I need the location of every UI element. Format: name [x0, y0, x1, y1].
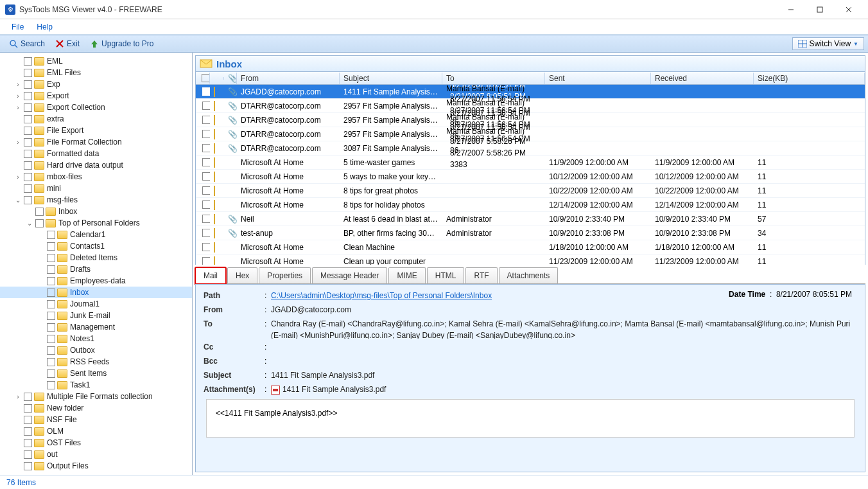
exit-button[interactable]: Exit: [50, 38, 85, 49]
tree-checkbox[interactable]: [24, 138, 32, 147]
tree-toggle-icon[interactable]: ›: [14, 93, 22, 100]
attachment-link[interactable]: 1411 Fit Sample Analysis3.pdf: [282, 385, 386, 394]
tree-checkbox[interactable]: [47, 265, 55, 274]
row-checkbox[interactable]: [202, 102, 210, 110]
tree-item[interactable]: ›Multiple File Formats collection: [0, 391, 192, 402]
row-checkbox[interactable]: [202, 243, 210, 251]
tree-item[interactable]: File Export: [0, 125, 192, 136]
tree-checkbox[interactable]: [47, 289, 55, 297]
row-checkbox[interactable]: [202, 229, 210, 237]
tree-toggle-icon[interactable]: ›: [14, 139, 22, 146]
tree-item[interactable]: New folder: [0, 402, 192, 414]
row-checkbox[interactable]: [202, 215, 210, 223]
message-row[interactable]: Microsoft At HomeClean Machine1/18/2010 …: [196, 240, 865, 254]
tree-checkbox[interactable]: [47, 369, 55, 378]
tree-checkbox[interactable]: [24, 439, 32, 447]
tree-checkbox[interactable]: [24, 196, 32, 204]
tree-checkbox[interactable]: [47, 312, 55, 320]
minimize-button[interactable]: [776, 0, 805, 19]
tab-message-header[interactable]: Message Header: [312, 267, 387, 283]
tree-checkbox[interactable]: [47, 335, 55, 343]
tab-html[interactable]: HTML: [427, 267, 465, 283]
tree-checkbox[interactable]: [47, 300, 55, 308]
tree-item[interactable]: Management: [0, 321, 192, 333]
tree-item[interactable]: Task1: [0, 379, 192, 391]
message-row[interactable]: 📎NeilAt least 6 dead in blast at C...Adm…: [196, 212, 865, 226]
tree-checkbox[interactable]: [24, 57, 32, 66]
tree-item[interactable]: ›File Format Collection: [0, 136, 192, 148]
tab-attachments[interactable]: Attachments: [499, 267, 559, 283]
tree-item[interactable]: Output Files: [0, 460, 192, 472]
tree-checkbox[interactable]: [24, 80, 32, 89]
message-row[interactable]: Microsoft At Home5 ways to make your key…: [196, 170, 865, 184]
tab-properties[interactable]: Properties: [259, 267, 311, 283]
col-from[interactable]: From: [237, 73, 340, 84]
tree-item[interactable]: Formatted data: [0, 148, 192, 159]
folder-tree[interactable]: EMLEML Files›Exp›Export›Export Collectio…: [0, 53, 193, 475]
switch-view-button[interactable]: Switch View ▼: [792, 37, 864, 50]
tree-checkbox[interactable]: [24, 450, 32, 459]
col-subject[interactable]: Subject: [340, 73, 442, 84]
tree-checkbox[interactable]: [24, 404, 32, 413]
tree-item[interactable]: Hard drive data output: [0, 159, 192, 171]
tree-item[interactable]: RSS Feeds: [0, 356, 192, 368]
tree-checkbox[interactable]: [24, 103, 32, 112]
maximize-button[interactable]: [805, 0, 834, 19]
tab-hex[interactable]: Hex: [227, 267, 257, 283]
tree-item[interactable]: Calendar1: [0, 229, 192, 240]
tree-item[interactable]: Journal1: [0, 298, 192, 310]
tree-item[interactable]: EML: [0, 55, 192, 67]
tree-toggle-icon[interactable]: ⌄: [14, 197, 22, 204]
tree-toggle-icon[interactable]: ›: [14, 393, 22, 400]
row-checkbox[interactable]: [202, 130, 210, 138]
tree-checkbox[interactable]: [24, 462, 32, 470]
tree-toggle-icon[interactable]: ›: [14, 173, 22, 181]
tree-toggle-icon[interactable]: ›: [14, 81, 22, 88]
tree-checkbox[interactable]: [47, 358, 55, 366]
tree-item[interactable]: Junk E-mail: [0, 310, 192, 321]
row-checkbox[interactable]: [202, 116, 210, 124]
tree-item[interactable]: extra: [0, 113, 192, 125]
tree-item[interactable]: ⌄msg-files: [0, 194, 192, 206]
tab-rtf[interactable]: RTF: [465, 267, 497, 283]
tree-checkbox[interactable]: [24, 69, 32, 77]
col-to[interactable]: To: [442, 73, 545, 84]
close-button[interactable]: [834, 0, 863, 19]
tree-checkbox[interactable]: [24, 416, 32, 424]
path-link[interactable]: C:\Users\admin\Desktop\msg-files\Top of …: [271, 291, 492, 300]
row-checkbox[interactable]: [202, 158, 210, 166]
tree-item[interactable]: out: [0, 449, 192, 460]
col-sent[interactable]: Sent: [545, 73, 651, 84]
tree-checkbox[interactable]: [47, 277, 55, 285]
row-checkbox[interactable]: [202, 172, 210, 181]
tree-item[interactable]: mini: [0, 182, 192, 194]
message-row[interactable]: 📎DTARR@catocorp.com3087 Fit Sample Analy…: [196, 141, 865, 156]
upgrade-button[interactable]: Upgrade to Pro: [85, 38, 159, 49]
tree-item[interactable]: ⌄Top of Personal Folders: [0, 217, 192, 229]
tree-toggle-icon[interactable]: ›: [14, 104, 22, 111]
tree-checkbox[interactable]: [24, 427, 32, 436]
tree-checkbox[interactable]: [47, 323, 55, 332]
tree-checkbox[interactable]: [47, 254, 55, 262]
tree-item[interactable]: OLM: [0, 425, 192, 437]
tree-checkbox[interactable]: [24, 161, 32, 170]
col-size[interactable]: Size(KB): [754, 73, 865, 84]
tree-item[interactable]: ›Export Collection: [0, 102, 192, 113]
tree-item[interactable]: Employees-data: [0, 275, 192, 287]
select-all-checkbox[interactable]: [202, 74, 210, 82]
row-checkbox[interactable]: [202, 144, 210, 152]
tree-checkbox[interactable]: [24, 393, 32, 401]
tree-item[interactable]: Drafts: [0, 263, 192, 275]
tree-checkbox[interactable]: [24, 150, 32, 158]
tree-checkbox[interactable]: [47, 346, 55, 355]
row-checkbox[interactable]: [202, 186, 210, 195]
tree-item[interactable]: Deleted Items: [0, 252, 192, 263]
tree-item[interactable]: ›Exp: [0, 78, 192, 90]
message-row[interactable]: Microsoft At Home8 tips for holiday phot…: [196, 198, 865, 212]
tree-item[interactable]: Sent Items: [0, 368, 192, 379]
tree-checkbox[interactable]: [24, 173, 32, 181]
menu-file[interactable]: File: [5, 21, 30, 33]
message-row[interactable]: 📎test-anupBP, other firms facing 300 la.…: [196, 226, 865, 240]
tree-checkbox[interactable]: [47, 242, 55, 251]
tree-checkbox[interactable]: [24, 115, 32, 123]
